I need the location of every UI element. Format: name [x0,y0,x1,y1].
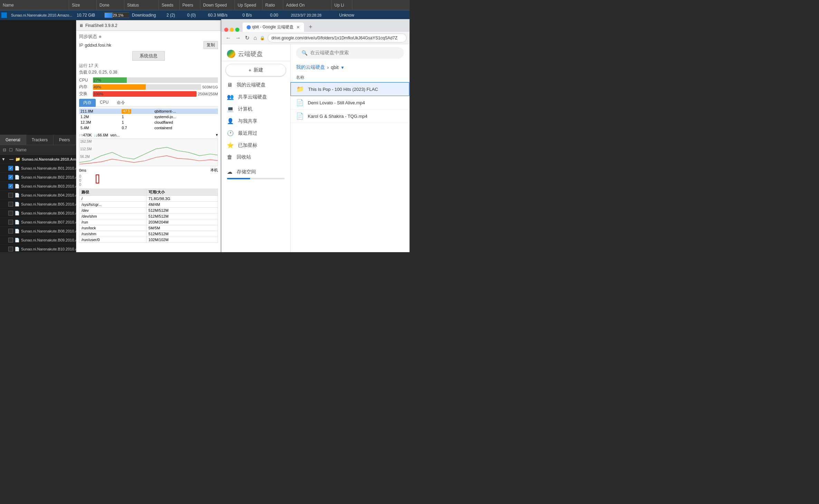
my-drive-icon: 🖥 [227,82,232,88]
download-indicator [1,12,7,18]
file-checkbox-10[interactable] [8,247,13,251]
disk-row-4: /dev/shm512M/512M [79,213,218,219]
nav-computers[interactable]: 💻 计算机 [221,103,287,115]
breadcrumb-home[interactable]: 我的云端硬盘 [296,64,325,70]
search-icon: 🔍 [302,50,307,56]
swap-bar: 100% [93,91,197,97]
search-bar[interactable]: 🔍 在云端硬盘中搜索 [296,47,404,59]
proc-row-4: 5.4M 0.7 containerd [79,125,218,131]
lock-icon: 🔒 [260,36,265,40]
file-icon-4: 📄 [15,193,20,198]
file-checkbox-5[interactable] [8,202,13,207]
new-btn-label: 新建 [254,67,263,73]
torrent-row[interactable]: Sunao.ni.Narenakute.2010.Amazo... 10.72 … [0,10,410,20]
nav-starred[interactable]: ⭐ 已加星标 [221,139,287,151]
proc-tab-mem[interactable]: 内存 [79,99,96,107]
file-icon-6: 📄 [15,211,20,216]
disk-size-3: 512M/512M [146,208,218,213]
torrent-header: Name Size Done Status Seeds Peers Down S… [0,0,410,10]
proc-mem-4: 5.4M [79,125,120,131]
torrent-status: Downloading [129,13,164,18]
file-checkbox-3[interactable]: ✓ [8,184,13,189]
file-checkbox-4[interactable] [8,193,13,198]
checkbox-all[interactable]: ☐ [9,148,13,152]
nav-storage[interactable]: ☁ 存储空间 [227,169,282,175]
file-list-header: 名称 [291,73,409,82]
col-down-speed: Down Speed [200,0,235,10]
net-expand[interactable]: ▾ [216,133,218,137]
gdrive-tab-favicon [247,25,251,29]
gdrive-file-row-1[interactable]: 📁 This Is Pop - 100 Hits (2023) FLAC [291,82,409,96]
file-checkbox-2[interactable]: ✓ [8,175,13,180]
browser-max-btn[interactable] [235,28,239,32]
nav-shared-with-me[interactable]: 👤 与我共享 [221,115,287,127]
forward-button[interactable]: → [234,34,242,42]
nav-shared-drives[interactable]: 👥 共享云端硬盘 [221,91,287,103]
breadcrumb-dropdown[interactable]: ▾ [341,65,344,70]
file-checkbox-1[interactable]: ✓ [8,166,13,171]
storage-icon: ☁ [227,169,232,175]
proc-tab-cpu[interactable]: CPU [96,99,113,107]
file-checkbox-8[interactable] [8,229,13,234]
reload-button[interactable]: ↻ [244,33,251,42]
finalshell-window: 🖥 FinalShell 3.9.8.2 同步状态 ● IP gddxd.fos… [76,20,221,252]
recent-label: 最近用过 [238,130,257,136]
file-checkbox-9[interactable] [8,238,13,243]
proc-row-3: 12.3M 1 cloudflared [79,120,218,125]
file-icon-2: 📄 [15,175,20,180]
file-icon-9: 📄 [15,238,20,243]
browser-active-tab[interactable]: qbit - Google 云端硬盘 ✕ [242,22,304,32]
file-checkbox-7[interactable] [8,220,13,225]
disk-tbody: /71.8G/98.3G/sys/fs/cgr...4M/4M/dev512M/… [79,196,218,243]
gdrive-file-row-3[interactable]: 📄 Karol G & Shakira - TQG.mp4 [291,110,409,123]
nav-my-drive[interactable]: 🖥 我的云端硬盘 [221,79,287,91]
proc-row-1: 211.8M 47.5 qbittorrent-... [79,108,218,114]
proc-cpu-3: 1 [120,120,153,125]
proc-tab-cmd[interactable]: 命令 [113,99,129,107]
col-up-speed: Up Speed [235,0,263,10]
new-button[interactable]: + 新建 [226,64,286,76]
breadcrumb-current: qbit ▾ [331,65,344,70]
back-button[interactable]: ← [224,34,232,42]
cpu-bar: 27% [93,77,218,83]
tab-trackers[interactable]: Trackers [26,135,54,145]
address-bar[interactable] [268,34,407,42]
browser-min-btn[interactable] [230,28,234,32]
tab-general[interactable]: General [0,135,26,145]
disk-row-6: /run/lock5M/5M [79,225,218,231]
torrent-up-speed: 0 B/s [240,13,267,18]
net-chart: 162.5M 112.5M 56.2M [79,139,218,166]
nav-trash[interactable]: 🗑 回收站 [221,151,287,163]
shared-with-me-label: 与我共享 [238,118,257,124]
tab-peers[interactable]: Peers [54,135,76,145]
browser-tab-close[interactable]: ✕ [296,25,300,30]
proc-name-2: systemd-jo... [153,114,218,120]
torrent-seeds: 2 (2) [164,13,184,18]
mem-pct-text: 49% [94,84,201,90]
gdrive-header: 云端硬盘 [221,47,290,61]
disk-header-row: 路径 可用/大小 [79,189,218,196]
storage-fill [227,178,250,179]
browser-close-btn[interactable] [224,28,228,32]
net-y-label-1: 162.5M [80,140,92,143]
nav-recent[interactable]: 🕐 最近用过 [221,127,287,139]
disk-size-1: 71.8G/98.3G [146,196,218,202]
latency-val: 0ms [79,168,86,172]
file-name-1: This Is Pop - 100 Hits (2023) FLAC [308,87,378,92]
folder-icon: 📁 [15,157,20,162]
file-icon-10: 📄 [15,247,20,251]
gdrive-sidebar: 云端硬盘 + 新建 🖥 我的云端硬盘 👥 共享云端硬盘 💻 计算机 👤 与我共享 [221,44,291,252]
proc-cpu-1: 47.5 [120,108,153,114]
sys-info-button[interactable]: 系统信息 [132,51,165,61]
gdrive-file-row-2[interactable]: 📄 Demi Lovato - Still Alive.mp4 [291,96,409,110]
file-checkbox-6[interactable] [8,211,13,216]
col-added-on: Added On [283,0,332,10]
progress-text: 29.1% [105,13,129,18]
browser-new-tab-btn[interactable]: + [306,22,315,32]
proc-mem-2: 1.2M [79,114,120,120]
home-button[interactable]: ⌂ [252,34,258,42]
disk-row-7: /run/shm512M/512M [79,231,218,237]
copy-ip-button[interactable]: 复制 [203,41,218,49]
torrent-down-speed: 60.3 MiB/s [205,13,240,18]
plus-icon: + [248,67,251,73]
